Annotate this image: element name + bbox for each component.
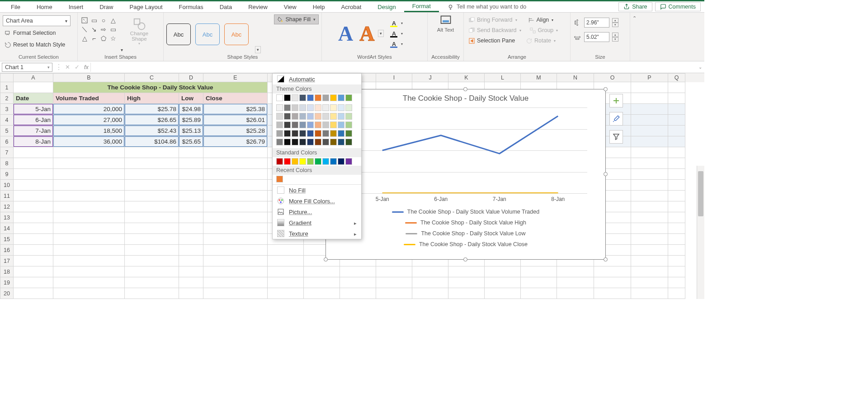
cell[interactable]: 8-Jan <box>14 136 53 147</box>
color-swatch[interactable] <box>276 121 283 128</box>
alt-text-button[interactable]: Alt Text <box>434 14 458 34</box>
column-header[interactable]: K <box>448 73 485 82</box>
ribbon-tab-format[interactable]: Format <box>404 1 439 12</box>
color-swatch[interactable] <box>284 130 291 137</box>
row-header[interactable]: 11 <box>0 191 14 201</box>
shape-width-control[interactable]: 5.02" ▴▾ <box>573 32 618 42</box>
cell[interactable] <box>179 245 203 256</box>
cell[interactable] <box>668 201 685 212</box>
cell[interactable]: Close <box>203 93 268 104</box>
cell[interactable] <box>631 169 668 180</box>
cell[interactable] <box>125 201 179 212</box>
cell[interactable] <box>631 288 668 299</box>
cell[interactable]: $25.78 <box>125 104 179 115</box>
color-swatch[interactable] <box>284 94 291 101</box>
cell[interactable] <box>668 288 685 299</box>
column-header[interactable]: O <box>594 73 631 82</box>
cell[interactable] <box>304 266 340 277</box>
color-swatch[interactable] <box>315 104 321 111</box>
color-swatch[interactable] <box>307 94 314 101</box>
cell[interactable] <box>179 201 203 212</box>
row-header[interactable]: 10 <box>0 180 14 191</box>
cell[interactable] <box>179 288 203 299</box>
color-swatch[interactable] <box>315 130 321 137</box>
cell[interactable]: $26.01 <box>203 115 268 126</box>
legend-item[interactable]: The Cookie Shop - Daily Stock Value Low <box>406 230 525 237</box>
cell[interactable] <box>448 277 485 288</box>
cell[interactable] <box>485 266 521 277</box>
row-header[interactable]: 20 <box>0 288 14 299</box>
reset-match-style-button[interactable]: Reset to Match Style <box>3 40 67 50</box>
cell[interactable] <box>304 288 340 299</box>
cell[interactable]: 20,000 <box>53 104 125 115</box>
color-swatch[interactable] <box>345 130 352 137</box>
cell[interactable] <box>203 266 268 277</box>
insert-function-button[interactable]: fx <box>84 64 89 70</box>
color-swatch[interactable] <box>322 139 329 145</box>
color-swatch[interactable] <box>345 139 352 145</box>
column-header[interactable]: P <box>631 73 668 82</box>
format-selection-button[interactable]: Format Selection <box>3 28 57 38</box>
cell[interactable] <box>668 104 685 115</box>
cell[interactable] <box>53 191 125 201</box>
shape-height-control[interactable]: 2.96" ▴▾ <box>573 17 618 28</box>
cell[interactable] <box>125 234 179 245</box>
text-effects-button[interactable]: A <box>387 39 405 49</box>
cell[interactable]: The Cookie Shop - Daily Stock Value <box>53 82 268 93</box>
color-swatch[interactable] <box>284 121 291 128</box>
cell[interactable] <box>203 158 268 169</box>
cell[interactable] <box>668 147 685 158</box>
ribbon-tab-view[interactable]: View <box>276 2 305 12</box>
cell[interactable] <box>14 245 53 256</box>
row-header[interactable]: 2 <box>0 93 14 104</box>
color-swatch[interactable] <box>299 94 306 101</box>
cell[interactable] <box>203 201 268 212</box>
cell[interactable] <box>53 266 125 277</box>
no-fill[interactable]: No Fill <box>273 185 361 196</box>
cell[interactable] <box>594 277 631 288</box>
ribbon-tab-formulas[interactable]: Formulas <box>171 2 212 12</box>
color-swatch[interactable] <box>292 139 298 145</box>
wordart-preset-2[interactable]: A <box>359 22 374 46</box>
cell[interactable] <box>179 266 203 277</box>
column-header[interactable]: N <box>557 73 594 82</box>
resize-handle[interactable] <box>463 257 467 261</box>
category-axis[interactable]: 5-Jan6-Jan7-Jan8-Jan <box>326 193 605 202</box>
cell[interactable] <box>631 191 668 201</box>
color-swatch[interactable] <box>330 104 337 111</box>
cell[interactable]: $25.38 <box>203 104 268 115</box>
color-swatch[interactable] <box>322 113 329 120</box>
cell[interactable] <box>53 288 125 299</box>
send-backward-button[interactable]: Send Backward▾ <box>467 25 523 35</box>
color-swatch[interactable] <box>330 94 337 101</box>
color-swatch[interactable] <box>276 94 283 101</box>
selection-pane-button[interactable]: Selection Pane <box>467 36 517 46</box>
cell[interactable] <box>557 266 594 277</box>
ribbon-tab-acrobat[interactable]: Acrobat <box>333 2 370 12</box>
cell[interactable] <box>631 223 668 234</box>
color-swatch[interactable] <box>330 121 337 128</box>
cell[interactable] <box>412 288 448 299</box>
resize-handle[interactable] <box>604 87 608 91</box>
cell[interactable] <box>125 288 179 299</box>
cell[interactable] <box>203 234 268 245</box>
row-header[interactable]: 1 <box>0 82 14 93</box>
cell[interactable] <box>14 201 53 212</box>
comments-button[interactable]: Comments <box>655 2 701 11</box>
cell[interactable]: $25.89 <box>179 115 203 126</box>
cell[interactable] <box>631 126 668 136</box>
cell[interactable] <box>668 169 685 180</box>
color-swatch[interactable] <box>315 113 321 120</box>
resize-handle[interactable] <box>324 257 328 261</box>
cell[interactable] <box>668 245 685 256</box>
cell[interactable] <box>668 126 685 136</box>
cell[interactable] <box>668 82 685 93</box>
cell[interactable] <box>594 266 631 277</box>
cell[interactable] <box>179 169 203 180</box>
cell[interactable] <box>53 169 125 180</box>
cell[interactable] <box>521 277 557 288</box>
color-swatch[interactable] <box>292 158 298 165</box>
shape-gallery[interactable]: ▭○△ ＼↘⇨▭ △⌐⬠☆ <box>80 16 117 42</box>
cell[interactable]: Date <box>14 93 53 104</box>
color-swatch[interactable] <box>322 130 329 137</box>
